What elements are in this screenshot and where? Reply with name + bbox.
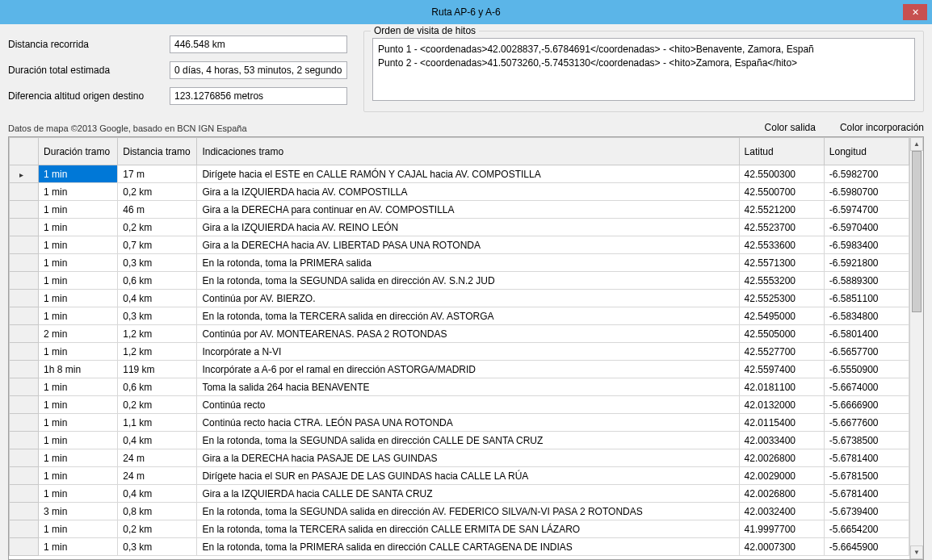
cell-duracion[interactable]: 1h 8 min: [39, 361, 118, 378]
cell-indicaciones[interactable]: Incorpórate a N-VI: [197, 343, 739, 361]
cell-distancia[interactable]: 0,3 km: [118, 307, 197, 325]
data-grid[interactable]: Duración tramo Distancia tramo Indicacio…: [8, 136, 924, 560]
close-button[interactable]: ✕: [903, 4, 927, 20]
cell-latitud[interactable]: 42.5500700: [739, 183, 824, 201]
cell-indicaciones[interactable]: Toma la salida 264 hacia BENAVENTE: [197, 378, 739, 396]
cell-latitud[interactable]: 42.5533600: [739, 236, 824, 254]
table-row[interactable]: 1 min0,4 kmEn la rotonda, toma la SEGUND…: [10, 432, 909, 449]
cell-distancia[interactable]: 1,1 km: [118, 414, 197, 432]
row-header[interactable]: [10, 467, 39, 485]
cell-longitud[interactable]: -5.6739400: [824, 503, 909, 520]
cell-duracion[interactable]: 1 min: [39, 538, 118, 556]
cell-indicaciones[interactable]: En la rotonda, toma la TERCERA salida en…: [197, 520, 739, 538]
cell-distancia[interactable]: 0,3 km: [118, 538, 197, 556]
cell-longitud[interactable]: -6.5980700: [824, 183, 909, 201]
cell-duracion[interactable]: 1 min: [39, 272, 118, 290]
cell-distancia[interactable]: 0,7 km: [118, 236, 197, 254]
cell-indicaciones[interactable]: Continúa por AV. BIERZO.: [197, 290, 739, 307]
cell-longitud[interactable]: -6.5921800: [824, 254, 909, 272]
table-row[interactable]: 3 min0,8 kmEn la rotonda, toma la SEGUND…: [10, 503, 909, 520]
cell-latitud[interactable]: 42.5597400: [739, 361, 824, 378]
cell-latitud[interactable]: 42.0033400: [739, 432, 824, 449]
cell-latitud[interactable]: 42.0132000: [739, 396, 824, 414]
row-header[interactable]: [10, 290, 39, 307]
table-row[interactable]: 1 min0,2 kmGira a la IZQUIERDA hacia AV.…: [10, 183, 909, 201]
cell-latitud[interactable]: 41.9997700: [739, 520, 824, 538]
cell-latitud[interactable]: 42.0026800: [739, 449, 824, 467]
distancia-input[interactable]: [170, 36, 347, 53]
cell-distancia[interactable]: 17 m: [118, 165, 197, 183]
cell-distancia[interactable]: 24 m: [118, 467, 197, 485]
row-header-corner[interactable]: [10, 138, 39, 165]
row-header[interactable]: [10, 520, 39, 538]
row-header[interactable]: [10, 325, 39, 343]
row-header[interactable]: [10, 414, 39, 432]
cell-distancia[interactable]: 0,4 km: [118, 485, 197, 503]
cell-duracion[interactable]: 2 min: [39, 325, 118, 343]
titlebar[interactable]: Ruta AP-6 y A-6 ✕: [0, 0, 932, 24]
cell-latitud[interactable]: 42.5495000: [739, 307, 824, 325]
cell-indicaciones[interactable]: En la rotonda, toma la PRIMERA salida: [197, 254, 739, 272]
cell-indicaciones[interactable]: Gira a la DERECHA para continuar en AV. …: [197, 201, 739, 219]
cell-duracion[interactable]: 1 min: [39, 201, 118, 219]
cell-indicaciones[interactable]: Gira a la DERECHA hacia PASAJE DE LAS GU…: [197, 449, 739, 467]
scroll-down-button[interactable]: ▼: [910, 545, 923, 559]
cell-distancia[interactable]: 119 km: [118, 361, 197, 378]
row-header[interactable]: [10, 201, 39, 219]
cell-longitud[interactable]: -6.5982700: [824, 165, 909, 183]
header-duracion[interactable]: Duración tramo: [39, 138, 118, 165]
cell-indicaciones[interactable]: En la rotonda, toma la SEGUNDA salida en…: [197, 503, 739, 520]
row-header[interactable]: [10, 307, 39, 325]
cell-latitud[interactable]: 42.0029000: [739, 467, 824, 485]
cell-longitud[interactable]: -5.6781400: [824, 449, 909, 467]
cell-longitud[interactable]: -5.6654200: [824, 520, 909, 538]
table-row[interactable]: 1 min0,2 kmGira a la IZQUIERDA hacia AV.…: [10, 219, 909, 236]
table-row[interactable]: 1 min0,7 kmGira a la DERECHA hacia AV. L…: [10, 236, 909, 254]
row-header[interactable]: [10, 272, 39, 290]
cell-latitud[interactable]: 42.5571300: [739, 254, 824, 272]
row-header[interactable]: [10, 396, 39, 414]
header-latitud[interactable]: Latitud: [739, 138, 824, 165]
cell-duracion[interactable]: 1 min: [39, 254, 118, 272]
row-header[interactable]: [10, 165, 39, 183]
cell-latitud[interactable]: 42.5505000: [739, 325, 824, 343]
altitud-input[interactable]: [170, 87, 347, 105]
row-header[interactable]: [10, 254, 39, 272]
duracion-input[interactable]: [170, 61, 347, 79]
table-row[interactable]: 1 min1,2 kmIncorpórate a N-VI42.5527700-…: [10, 343, 909, 361]
cell-latitud[interactable]: 42.5500300: [739, 165, 824, 183]
cell-longitud[interactable]: -6.5550900: [824, 361, 909, 378]
cell-distancia[interactable]: 0,2 km: [118, 520, 197, 538]
row-header[interactable]: [10, 378, 39, 396]
cell-latitud[interactable]: 42.5525300: [739, 290, 824, 307]
cell-latitud[interactable]: 42.0026800: [739, 485, 824, 503]
scroll-thumb[interactable]: [912, 151, 922, 312]
cell-distancia[interactable]: 0,6 km: [118, 272, 197, 290]
cell-longitud[interactable]: -5.6645900: [824, 538, 909, 556]
row-header[interactable]: [10, 485, 39, 503]
cell-longitud[interactable]: -6.5983400: [824, 236, 909, 254]
cell-duracion[interactable]: 3 min: [39, 503, 118, 520]
cell-indicaciones[interactable]: Gira a la IZQUIERDA hacia CALLE DE SANTA…: [197, 485, 739, 503]
table-row[interactable]: 1 min0,3 kmEn la rotonda, toma la TERCER…: [10, 307, 909, 325]
cell-distancia[interactable]: 0,2 km: [118, 396, 197, 414]
color-salida-label[interactable]: Color salida: [765, 122, 816, 133]
cell-duracion[interactable]: 1 min: [39, 520, 118, 538]
cell-latitud[interactable]: 42.0032400: [739, 503, 824, 520]
cell-latitud[interactable]: 42.5553200: [739, 272, 824, 290]
cell-duracion[interactable]: 1 min: [39, 449, 118, 467]
cell-distancia[interactable]: 0,2 km: [118, 183, 197, 201]
cell-longitud[interactable]: -6.5851100: [824, 290, 909, 307]
table-row[interactable]: 1 min0,4 kmGira a la IZQUIERDA hacia CAL…: [10, 485, 909, 503]
table-row[interactable]: 1 min24 mGira a la DERECHA hacia PASAJE …: [10, 449, 909, 467]
cell-longitud[interactable]: -5.6666900: [824, 396, 909, 414]
cell-longitud[interactable]: -6.5801400: [824, 325, 909, 343]
vertical-scrollbar[interactable]: ▲ ▼: [909, 137, 923, 559]
cell-distancia[interactable]: 1,2 km: [118, 325, 197, 343]
cell-indicaciones[interactable]: Incorpórate a A-6 por el ramal en direcc…: [197, 361, 739, 378]
cell-indicaciones[interactable]: Continúa por AV. MONTEARENAS. PASA 2 ROT…: [197, 325, 739, 343]
cell-indicaciones[interactable]: Dirígete hacia el ESTE en CALLE RAMÓN Y …: [197, 165, 739, 183]
cell-indicaciones[interactable]: Continúa recto: [197, 396, 739, 414]
cell-longitud[interactable]: -6.5970400: [824, 219, 909, 236]
cell-latitud[interactable]: 42.0181100: [739, 378, 824, 396]
